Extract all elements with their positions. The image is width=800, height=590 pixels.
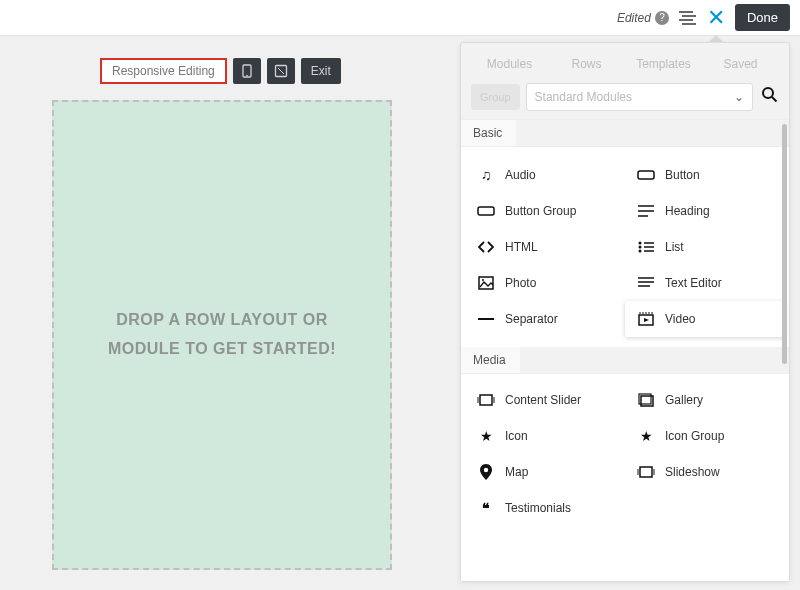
tablet-icon[interactable] [267, 58, 295, 84]
heading-icon [637, 203, 655, 219]
svg-point-17 [639, 250, 642, 253]
chevron-down-icon: ⌄ [734, 90, 744, 104]
section-basic-header: Basic [461, 120, 789, 147]
module-html[interactable]: HTML [465, 229, 625, 265]
phone-icon[interactable] [233, 58, 261, 84]
panel-body[interactable]: Basic ♫Audio Button Button Group Heading… [461, 119, 789, 581]
exit-button[interactable]: Exit [301, 58, 341, 84]
html-icon [477, 239, 495, 255]
svg-point-22 [482, 279, 484, 281]
section-media-grid: Content Slider Gallery ★Icon ★Icon Group… [461, 374, 789, 536]
search-icon[interactable] [759, 86, 779, 108]
module-button-group[interactable]: Button Group [465, 193, 625, 229]
section-label: Media [461, 347, 520, 373]
tab-templates[interactable]: Templates [625, 53, 702, 75]
svg-rect-32 [493, 397, 495, 403]
text-editor-icon [637, 275, 655, 291]
svg-line-9 [772, 97, 777, 102]
separator-icon [477, 311, 495, 327]
module-list[interactable]: List [625, 229, 785, 265]
svg-point-8 [763, 88, 773, 98]
module-separator[interactable]: Separator [465, 301, 625, 337]
edited-label: Edited [617, 11, 651, 25]
svg-point-15 [639, 242, 642, 245]
tab-rows[interactable]: Rows [548, 53, 625, 75]
svg-line-7 [278, 68, 284, 74]
audio-icon: ♫ [477, 167, 495, 183]
photo-icon [477, 275, 495, 291]
group-label: Group [471, 84, 520, 110]
section-basic-grid: ♫Audio Button Button Group Heading HTML … [461, 147, 789, 347]
module-gallery[interactable]: Gallery [625, 382, 785, 418]
svg-rect-30 [480, 395, 492, 405]
tab-saved[interactable]: Saved [702, 53, 779, 75]
module-testimonials[interactable]: ❝Testimonials [465, 490, 625, 526]
panel-search-row: Group Standard Modules ⌄ [461, 83, 789, 119]
svg-rect-11 [478, 207, 494, 215]
svg-point-16 [639, 246, 642, 249]
select-value: Standard Modules [535, 90, 632, 104]
tab-modules[interactable]: Modules [471, 53, 548, 75]
module-audio[interactable]: ♫Audio [465, 157, 625, 193]
section-label: Basic [461, 120, 516, 146]
close-icon[interactable]: ✕ [707, 5, 725, 31]
module-photo[interactable]: Photo [465, 265, 625, 301]
edited-status: Edited ? [617, 11, 669, 25]
module-map[interactable]: Map [465, 454, 625, 490]
responsive-editing-label: Responsive Editing [100, 58, 227, 84]
map-icon [477, 464, 495, 480]
module-content-slider[interactable]: Content Slider [465, 382, 625, 418]
gallery-icon [637, 392, 655, 408]
svg-rect-36 [640, 467, 652, 477]
module-heading[interactable]: Heading [625, 193, 785, 229]
testimonials-icon: ❝ [477, 500, 495, 516]
svg-point-5 [246, 75, 248, 77]
svg-rect-31 [477, 397, 479, 403]
drop-placeholder-text: DROP A ROW LAYOUT OR MODULE TO GET START… [79, 306, 365, 364]
outline-icon[interactable] [679, 11, 697, 25]
module-text-editor[interactable]: Text Editor [625, 265, 785, 301]
slideshow-icon [637, 464, 655, 480]
button-icon [637, 167, 655, 183]
svg-rect-10 [638, 171, 654, 179]
content-slider-icon [477, 392, 495, 408]
module-slideshow[interactable]: Slideshow [625, 454, 785, 490]
svg-rect-37 [637, 469, 639, 475]
drop-canvas[interactable]: DROP A ROW LAYOUT OR MODULE TO GET START… [52, 100, 392, 570]
icon-group-icon: ★ [637, 428, 655, 444]
svg-marker-29 [644, 318, 649, 322]
section-media-header: Media [461, 347, 789, 374]
button-group-icon [477, 203, 495, 219]
video-icon [637, 311, 655, 327]
list-icon [637, 239, 655, 255]
panel-tabs: Modules Rows Templates Saved [461, 43, 789, 83]
module-icon[interactable]: ★Icon [465, 418, 625, 454]
icon-icon: ★ [477, 428, 495, 444]
module-button[interactable]: Button [625, 157, 785, 193]
top-bar: Edited ? ✕ Done [0, 0, 800, 36]
module-icon-group[interactable]: ★Icon Group [625, 418, 785, 454]
svg-point-35 [484, 468, 488, 472]
module-type-select[interactable]: Standard Modules ⌄ [526, 83, 753, 111]
done-button[interactable]: Done [735, 4, 790, 31]
help-icon[interactable]: ? [655, 11, 669, 25]
content-panel: Modules Rows Templates Saved Group Stand… [460, 42, 790, 582]
svg-rect-38 [653, 469, 655, 475]
module-video[interactable]: Video [625, 301, 785, 337]
responsive-toolbar: Responsive Editing Exit [100, 58, 341, 84]
